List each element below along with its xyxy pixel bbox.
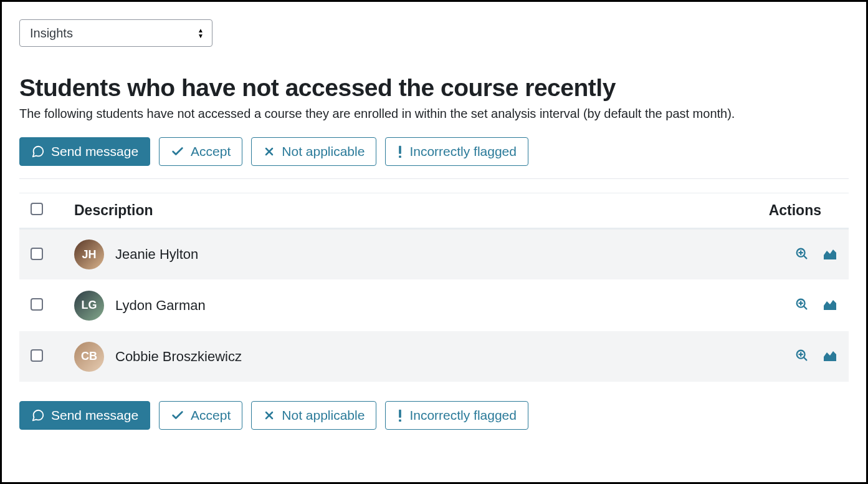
avatar: LG [74, 291, 104, 321]
insights-select[interactable]: Insights [19, 19, 212, 47]
send-message-label: Send message [51, 408, 138, 423]
message-icon [31, 145, 45, 158]
incorrectly-flagged-label: Incorrectly flagged [409, 408, 517, 423]
zoom-icon[interactable] [795, 247, 809, 261]
exclaim-icon [397, 145, 403, 158]
student-name: Cobbie Broszkiewicz [115, 349, 242, 365]
not-applicable-button[interactable]: Not applicable [251, 401, 376, 430]
svg-rect-2 [399, 146, 402, 154]
message-icon [31, 409, 45, 422]
header-description: Description [63, 193, 737, 229]
row-checkbox[interactable] [31, 349, 43, 362]
student-name: Jeanie Hylton [115, 246, 198, 263]
avatar: JH [74, 240, 104, 269]
header-actions: Actions [737, 193, 849, 229]
send-message-label: Send message [51, 144, 138, 159]
svg-line-5 [804, 255, 807, 258]
not-applicable-label: Not applicable [282, 408, 365, 423]
send-message-button[interactable]: Send message [19, 137, 150, 166]
zoom-icon[interactable] [795, 298, 809, 311]
table-row: CB Cobbie Broszkiewicz [19, 331, 849, 382]
svg-rect-19 [399, 419, 402, 422]
incorrectly-flagged-button[interactable]: Incorrectly flagged [385, 401, 528, 430]
check-icon [171, 409, 184, 422]
x-icon [263, 145, 275, 158]
row-checkbox[interactable] [31, 298, 43, 311]
svg-line-13 [804, 357, 807, 361]
incorrectly-flagged-button[interactable]: Incorrectly flagged [385, 137, 528, 166]
student-name: Lydon Garman [115, 298, 206, 314]
not-applicable-button[interactable]: Not applicable [251, 137, 376, 166]
svg-rect-3 [399, 155, 402, 158]
action-button-row-top: Send message Accept Not applicable Incor… [19, 137, 849, 179]
page-title: Students who have not accessed the cours… [19, 74, 849, 102]
send-message-button[interactable]: Send message [19, 401, 150, 430]
chart-icon[interactable] [823, 349, 837, 362]
accept-label: Accept [191, 144, 231, 159]
x-icon [263, 409, 275, 422]
avatar: CB [74, 342, 104, 372]
action-button-row-bottom: Send message Accept Not applicable Incor… [19, 401, 849, 430]
check-icon [171, 145, 184, 158]
accept-button[interactable]: Accept [159, 401, 242, 430]
table-row: JH Jeanie Hylton [19, 229, 849, 280]
page-subtitle: The following students have not accessed… [19, 107, 849, 121]
accept-label: Accept [191, 408, 231, 423]
select-all-checkbox[interactable] [31, 203, 43, 215]
students-table: Description Actions JH Jeanie Hylton [19, 193, 849, 382]
not-applicable-label: Not applicable [282, 144, 365, 159]
insights-dropdown[interactable]: Insights ▲▼ [19, 19, 212, 47]
svg-rect-18 [399, 410, 402, 418]
incorrectly-flagged-label: Incorrectly flagged [409, 144, 517, 159]
row-checkbox[interactable] [31, 248, 43, 260]
chart-icon[interactable] [823, 247, 837, 261]
svg-line-9 [804, 306, 807, 309]
exclaim-icon [397, 409, 403, 422]
accept-button[interactable]: Accept [159, 137, 242, 166]
chart-icon[interactable] [823, 298, 837, 311]
table-row: LG Lydon Garman [19, 280, 849, 331]
zoom-icon[interactable] [795, 349, 809, 362]
